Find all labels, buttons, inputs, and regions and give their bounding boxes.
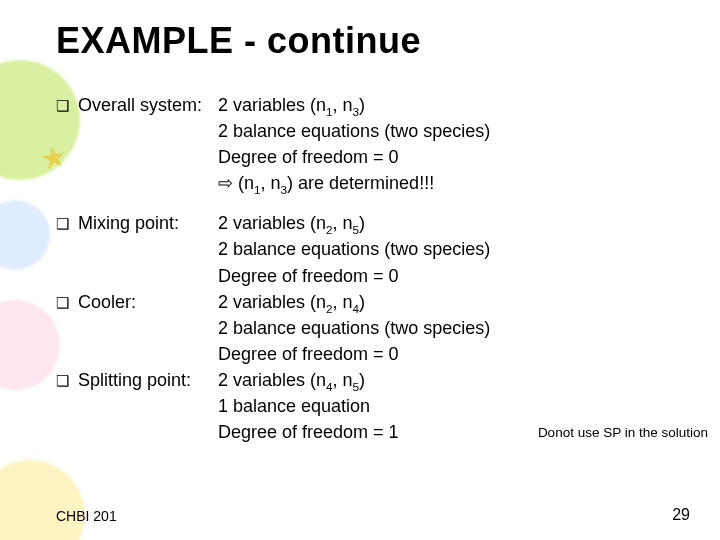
item-body: 2 variables (n2, n4) 2 balance equations… bbox=[218, 289, 696, 367]
item-label: Overall system: bbox=[78, 92, 218, 118]
slide-title: EXAMPLE - continue bbox=[56, 20, 421, 62]
item-body: 2 variables (n2, n5) 2 balance equations… bbox=[218, 210, 696, 288]
item-label: Cooler: bbox=[78, 289, 218, 315]
text: 2 variables (n bbox=[218, 95, 326, 115]
item-label: Splitting point: bbox=[78, 367, 218, 393]
slide-content: ❑ Overall system: 2 variables (n1, n3) 2… bbox=[56, 92, 696, 445]
bullet-icon: ❑ bbox=[56, 210, 78, 235]
text: ) are determined!!! bbox=[287, 173, 434, 193]
deco-blob-2 bbox=[0, 300, 60, 390]
text: Degree of freedom = 0 bbox=[218, 144, 696, 170]
text: ) bbox=[359, 213, 365, 233]
footer-page-number: 29 bbox=[672, 506, 690, 524]
deco-blob-4 bbox=[0, 460, 85, 540]
text: , n bbox=[333, 370, 353, 390]
text: Degree of freedom = 0 bbox=[218, 341, 696, 367]
text: , n bbox=[333, 213, 353, 233]
item-overall: ❑ Overall system: 2 variables (n1, n3) 2… bbox=[56, 92, 696, 196]
text: 1 balance equation bbox=[218, 393, 696, 419]
text: ) bbox=[359, 95, 365, 115]
text: , n bbox=[333, 95, 353, 115]
deco-blob-3 bbox=[0, 200, 50, 270]
text: 2 balance equations (two species) bbox=[218, 118, 696, 144]
text: 2 variables (n bbox=[218, 292, 326, 312]
item-label: Mixing point: bbox=[78, 210, 218, 236]
text: (n bbox=[233, 173, 254, 193]
item-body: 2 variables (n1, n3) 2 balance equations… bbox=[218, 92, 696, 196]
arrow-icon: ⇨ bbox=[218, 173, 233, 193]
text: 2 variables (n bbox=[218, 370, 326, 390]
text: ) bbox=[359, 292, 365, 312]
text: , n bbox=[261, 173, 281, 193]
side-note: Donot use SP in the solution bbox=[538, 425, 708, 440]
text: Degree of freedom = 0 bbox=[218, 263, 696, 289]
text: 2 balance equations (two species) bbox=[218, 236, 696, 262]
bullet-icon: ❑ bbox=[56, 92, 78, 117]
footer-course-code: CHBI 201 bbox=[56, 508, 117, 524]
bullet-icon: ❑ bbox=[56, 367, 78, 392]
text: , n bbox=[333, 292, 353, 312]
item-mixing: ❑ Mixing point: 2 variables (n2, n5) 2 b… bbox=[56, 210, 696, 288]
bullet-icon: ❑ bbox=[56, 289, 78, 314]
text: 2 balance equations (two species) bbox=[218, 315, 696, 341]
text: 2 variables (n bbox=[218, 213, 326, 233]
text: ) bbox=[359, 370, 365, 390]
item-cooler: ❑ Cooler: 2 variables (n2, n4) 2 balance… bbox=[56, 289, 696, 367]
